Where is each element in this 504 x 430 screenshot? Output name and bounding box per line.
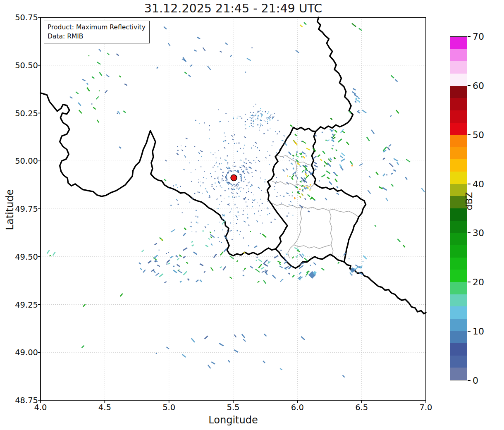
colorbar-band	[450, 282, 467, 294]
radar-echo	[255, 115, 256, 116]
radar-echo	[259, 161, 260, 162]
radar-echo	[237, 193, 238, 194]
colorbar-tick-mark	[468, 85, 471, 86]
radar-echo	[225, 136, 226, 137]
radar-echo	[219, 163, 220, 164]
radar-echo	[241, 177, 242, 179]
colorbar-tick-label: 30	[473, 228, 484, 238]
radar-echo	[244, 153, 244, 154]
radar-echo	[238, 189, 239, 189]
radar-echo	[233, 189, 234, 190]
radar-echo	[250, 117, 251, 118]
radar-echo	[235, 166, 236, 167]
radar-echo	[248, 182, 248, 183]
radar-echo	[240, 116, 241, 117]
radar-echo	[265, 111, 266, 112]
radar-echo	[262, 125, 263, 126]
radar-map-svg	[41, 17, 426, 400]
y-tick-label: 49.50	[1, 252, 38, 261]
colorbar-tick-mark	[468, 134, 471, 135]
x-tick-label: 5.5	[227, 403, 239, 412]
radar-echo	[206, 178, 207, 179]
radar-echo	[243, 148, 244, 149]
radar-echo	[244, 170, 244, 171]
colorbar-band	[450, 368, 467, 380]
radar-echo	[227, 162, 229, 164]
radar-echo	[260, 110, 261, 111]
radar-echo	[228, 188, 229, 189]
colorbar-tick-label: 70	[473, 31, 484, 42]
radar-echo	[270, 115, 271, 116]
radar-echo	[182, 212, 183, 213]
radar-echo	[177, 150, 179, 151]
radar-echo	[207, 191, 208, 193]
page-title: 31.12.2025 21:45 - 21:49 UTC	[41, 2, 426, 15]
radar-echo	[253, 115, 254, 116]
radar-echo	[250, 231, 251, 232]
radar-echo	[292, 205, 293, 206]
radar-echo	[261, 115, 263, 116]
radar-echo	[176, 184, 177, 186]
radar-echo	[261, 124, 262, 125]
radar-echo	[268, 117, 270, 119]
radar-echo	[253, 120, 254, 121]
radar-echo	[88, 55, 90, 57]
radar-echo	[251, 123, 252, 124]
radar-echo	[258, 115, 258, 116]
radar-echo	[261, 116, 262, 117]
radar-echo	[246, 163, 247, 164]
radar-echo	[268, 129, 268, 130]
colorbar-band	[450, 86, 467, 98]
radar-echo	[226, 175, 227, 176]
radar-echo	[241, 165, 242, 166]
radar-echo	[262, 111, 263, 112]
radar-echo	[241, 180, 242, 181]
radar-echo	[325, 140, 327, 141]
radar-echo	[196, 222, 197, 223]
radar-echo	[251, 120, 251, 121]
radar-echo	[239, 143, 240, 144]
radar-echo	[156, 353, 157, 354]
radar-echo	[231, 184, 232, 184]
radar-echo	[168, 252, 169, 253]
radar-echo	[234, 197, 235, 198]
radar-echo	[269, 201, 270, 202]
radar-echo	[243, 237, 244, 239]
colorbar-band	[450, 122, 467, 135]
colorbar-band	[450, 257, 467, 270]
radar-echo	[236, 184, 237, 185]
radar-echo	[248, 189, 249, 189]
radar-echo	[239, 188, 240, 189]
radar-echo	[268, 261, 269, 262]
radar-echo	[253, 126, 254, 127]
radar-echo	[202, 193, 203, 194]
radar-echo	[262, 223, 263, 224]
radar-echo	[266, 192, 267, 193]
radar-echo	[166, 253, 167, 254]
radar-echo	[276, 196, 277, 197]
radar-echo	[222, 214, 223, 215]
colorbar-tick-mark	[468, 282, 471, 282]
radar-echo	[247, 169, 248, 170]
radar-echo	[274, 186, 275, 187]
radar-echo	[309, 189, 311, 191]
radar-echo	[244, 173, 245, 174]
radar-echo	[281, 203, 282, 203]
radar-echo	[233, 166, 234, 167]
radar-echo	[246, 169, 246, 170]
radar-echo	[228, 121, 229, 122]
radar-echo	[177, 187, 178, 188]
colorbar-band	[450, 37, 467, 49]
radar-echo	[257, 124, 258, 126]
radar-echo	[332, 145, 334, 146]
colorbar-band	[450, 294, 467, 306]
radar-echo	[260, 178, 261, 179]
radar-echo	[260, 172, 261, 172]
radar-echo	[269, 155, 270, 156]
radar-echo	[247, 217, 248, 219]
radar-echo	[219, 241, 220, 242]
radar-echo	[270, 119, 271, 121]
radar-echo	[195, 120, 196, 121]
radar-echo	[259, 150, 260, 151]
radar-echo	[223, 219, 224, 220]
